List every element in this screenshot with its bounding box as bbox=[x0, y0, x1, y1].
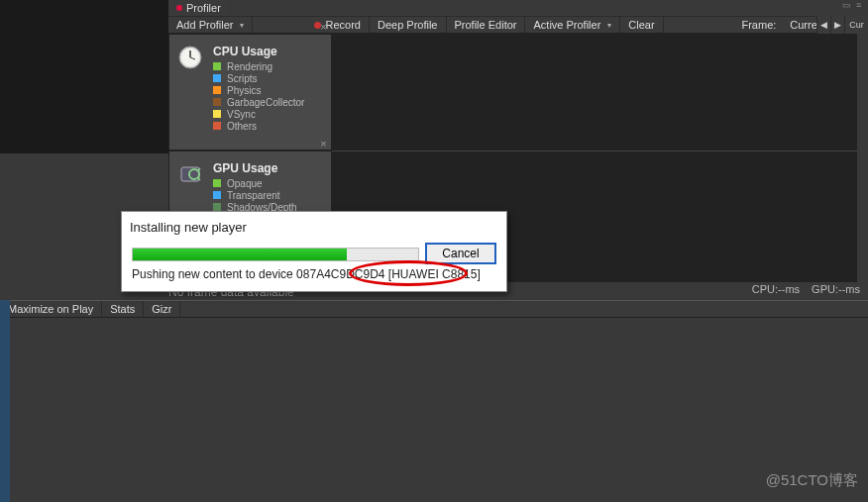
cpu-panel-title: CPU Usage bbox=[213, 45, 277, 58]
cpu-usage-panel[interactable]: × CPU Usage Rendering Scripts Physics Ga… bbox=[168, 34, 332, 151]
legend-item[interactable]: Others bbox=[213, 120, 304, 132]
frame-label: Frame: bbox=[741, 19, 776, 31]
timing-status: CPU:--ms GPU:--ms bbox=[752, 283, 860, 295]
gpu-chip-icon bbox=[177, 161, 203, 187]
graph-divider bbox=[332, 151, 857, 151]
gpu-panel-title: GPU Usage bbox=[213, 161, 277, 175]
install-player-dialog: Installing new player Cancel Pushing new… bbox=[121, 211, 507, 292]
add-profiler-dropdown[interactable]: Add Profiler bbox=[168, 17, 253, 33]
frame-prev-button[interactable]: ◀ bbox=[816, 16, 830, 34]
stats-button[interactable]: Stats bbox=[102, 301, 144, 317]
gpu-time-label: GPU:--ms bbox=[812, 283, 860, 295]
legend-item[interactable]: Scripts bbox=[213, 72, 304, 84]
legend-item[interactable]: Rendering bbox=[213, 60, 304, 72]
left-dark-panel bbox=[0, 0, 168, 153]
cpu-clock-icon bbox=[177, 45, 203, 70]
clear-button[interactable]: Clear bbox=[620, 17, 663, 33]
gpu-legend: Opaque Transparent Shadows/Depth bbox=[213, 177, 297, 213]
legend-item[interactable]: Transparent bbox=[213, 189, 297, 201]
legend-item[interactable]: GarbageCollector bbox=[213, 96, 304, 108]
gpu-panel-close-icon[interactable]: × bbox=[318, 139, 329, 150]
legend-item[interactable]: VSync bbox=[213, 108, 304, 120]
deep-profile-button[interactable]: Deep Profile bbox=[370, 17, 447, 33]
progress-bar bbox=[132, 248, 419, 261]
window-menu-icon[interactable]: ≡ bbox=[856, 0, 866, 10]
active-profiler-dropdown[interactable]: Active Profiler bbox=[525, 17, 620, 33]
cpu-time-label: CPU:--ms bbox=[752, 283, 800, 295]
window-controls: ▭ ≡ bbox=[842, 0, 866, 10]
progress-fill bbox=[133, 249, 347, 260]
legend-item[interactable]: Opaque bbox=[213, 177, 297, 189]
profiler-tab[interactable]: Profiler bbox=[168, 0, 229, 16]
frame-next-button[interactable]: ▶ bbox=[830, 16, 844, 34]
tab-bar: Profiler bbox=[168, 0, 229, 16]
dialog-message: Pushing new content to device 087A4C9DC9… bbox=[132, 267, 481, 281]
cpu-panel-close-icon[interactable]: × bbox=[318, 22, 329, 33]
legend-item[interactable]: Physics bbox=[213, 84, 304, 96]
game-view-toolbar: Maximize on Play Stats Gizr bbox=[0, 300, 868, 318]
dialog-title: Installing new player bbox=[130, 220, 247, 235]
watermark-text: @51CTO博客 bbox=[766, 471, 858, 490]
window-lock-icon[interactable]: ▭ bbox=[842, 0, 852, 10]
profile-editor-button[interactable]: Profile Editor bbox=[447, 17, 526, 33]
cpu-legend: Rendering Scripts Physics GarbageCollect… bbox=[213, 60, 304, 132]
maximize-on-play-button[interactable]: Maximize on Play bbox=[0, 301, 102, 317]
record-button[interactable]: Record bbox=[306, 17, 369, 33]
frame-indicator: Frame: Current bbox=[741, 16, 826, 34]
gizmos-button[interactable]: Gizr bbox=[144, 301, 180, 317]
profiler-tab-label: Profiler bbox=[186, 2, 221, 14]
cancel-button[interactable]: Cancel bbox=[425, 243, 496, 264]
game-view-left-edge bbox=[0, 300, 10, 502]
profiler-tab-icon bbox=[176, 5, 182, 11]
frame-current-button[interactable]: Cur bbox=[844, 16, 868, 34]
